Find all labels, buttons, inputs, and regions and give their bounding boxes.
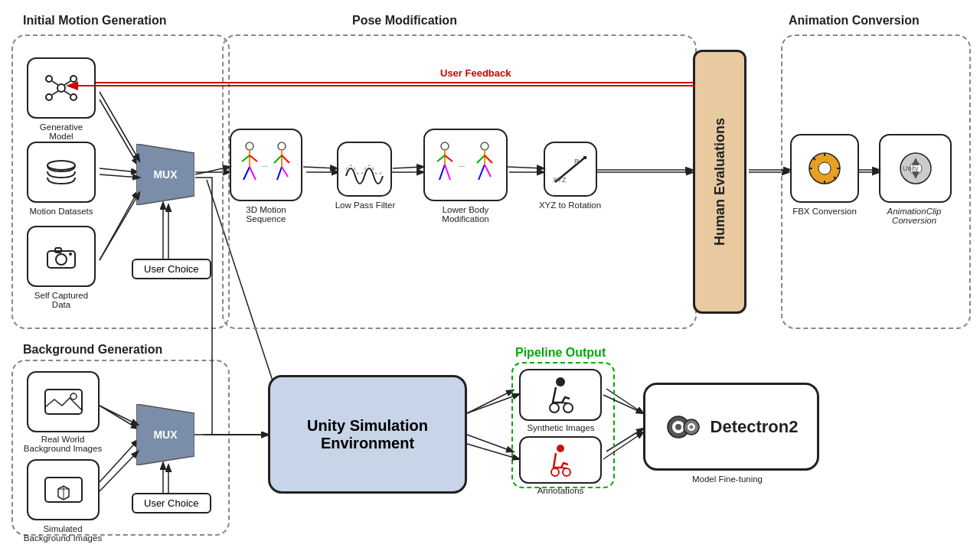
svg-point-34 <box>56 254 67 265</box>
user-choice-bottom-btn[interactable]: User Choice <box>132 493 211 514</box>
self-captured-label: Self Captured Data <box>27 291 96 309</box>
svg-rect-80 <box>45 390 82 414</box>
svg-point-27 <box>70 94 77 100</box>
synthetic-images-box <box>519 369 602 421</box>
svg-line-30 <box>52 91 58 95</box>
fbx-conversion-box <box>790 134 859 203</box>
detectron2-icon <box>665 411 703 443</box>
generative-model-box <box>27 57 96 119</box>
xyz-rotation-box: XYZ R <box>544 142 597 197</box>
low-pass-filter-box <box>337 142 392 197</box>
real-world-bg-box <box>27 371 100 432</box>
simulated-bg-box <box>27 459 100 520</box>
svg-point-32 <box>47 161 75 170</box>
motion-sequence-icon: ... <box>236 140 297 190</box>
svg-point-25 <box>70 76 77 82</box>
mux-bottom-label: MUX <box>153 429 177 441</box>
low-pass-filter-icon <box>345 153 384 185</box>
svg-text:XYZ: XYZ <box>553 176 567 184</box>
svg-line-62 <box>479 165 485 180</box>
background-gen-title: Background Generation <box>23 343 162 357</box>
real-world-bg-label: Real World Background Images <box>21 435 104 453</box>
detectron2-label: Detectron2 <box>710 417 799 437</box>
svg-line-40 <box>242 155 250 161</box>
simulated-bg-label: Simulated Background Images <box>21 524 104 543</box>
mux-top: MUX <box>136 144 194 205</box>
svg-line-48 <box>282 155 289 163</box>
synthetic-images-label: Synthetic Images <box>521 423 601 432</box>
svg-text:...: ... <box>459 160 465 168</box>
svg-point-98 <box>689 425 693 429</box>
diagram: Initial Motion Generation Generative Mod… <box>0 0 980 551</box>
simulated-bg-icon <box>43 474 84 506</box>
svg-text:...: ... <box>262 160 268 168</box>
svg-point-58 <box>481 142 488 150</box>
svg-point-23 <box>57 84 65 92</box>
svg-point-24 <box>46 76 52 82</box>
animclip-label: AnimationClip Conversion <box>873 207 956 225</box>
mux-top-label: MUX <box>153 168 177 181</box>
blender-icon <box>802 150 847 187</box>
svg-line-28 <box>52 81 58 85</box>
svg-line-43 <box>250 167 256 180</box>
detectron2-box: Detectron2 <box>643 383 819 471</box>
svg-point-81 <box>70 393 77 399</box>
svg-text:Unity: Unity <box>903 165 919 172</box>
svg-point-45 <box>278 142 286 150</box>
self-captured-box <box>27 226 96 287</box>
svg-line-49 <box>277 167 282 180</box>
user-choice-top-btn[interactable]: User Choice <box>132 259 211 279</box>
synthetic-images-icon <box>541 376 580 414</box>
annotations-box <box>519 436 602 484</box>
svg-point-38 <box>246 142 253 150</box>
svg-line-55 <box>439 165 445 180</box>
svg-line-50 <box>282 167 288 177</box>
svg-line-56 <box>445 165 450 180</box>
svg-line-63 <box>485 165 491 177</box>
lower-body-icon: ... <box>430 140 502 190</box>
animclip-box: Unity <box>879 134 952 203</box>
svg-point-87 <box>556 377 565 386</box>
svg-point-36 <box>69 253 72 256</box>
animclip-icon: Unity <box>893 150 938 187</box>
unity-label: Unity Simulation Environment <box>270 417 465 452</box>
svg-line-53 <box>437 155 445 161</box>
lower-body-box: ... <box>423 129 508 201</box>
model-finetuning-label: Model Fine-tuning <box>674 474 781 484</box>
svg-line-60 <box>477 155 485 163</box>
motion-sequence-label: 3D Motion Sequence <box>230 205 302 223</box>
real-world-bg-icon <box>43 386 84 418</box>
xyz-rotation-icon: XYZ R <box>551 153 590 185</box>
svg-point-68 <box>818 162 831 174</box>
low-pass-filter-label: Low Pass Filter <box>334 201 397 210</box>
svg-line-54 <box>445 155 452 161</box>
svg-point-51 <box>441 142 449 150</box>
user-feedback-label: User Feedback <box>440 67 511 79</box>
svg-line-47 <box>274 155 282 163</box>
svg-point-95 <box>675 424 681 430</box>
svg-point-26 <box>46 94 52 100</box>
svg-line-41 <box>250 155 257 161</box>
svg-point-91 <box>551 468 559 476</box>
xyz-rotation-label: XYZ to Rotation <box>537 201 603 210</box>
generative-model-icon <box>43 73 80 103</box>
svg-point-92 <box>563 468 570 476</box>
initial-motion-title: Initial Motion Generation <box>23 14 167 28</box>
unity-box: Unity Simulation Environment <box>268 375 467 494</box>
motion-datasets-box <box>27 142 96 203</box>
pose-modification-title: Pose Modification <box>352 14 457 28</box>
annotations-icon <box>541 443 580 478</box>
mux-bottom: MUX <box>136 404 194 465</box>
svg-text:R: R <box>574 158 580 165</box>
motion-datasets-icon <box>44 158 78 187</box>
self-captured-icon <box>44 242 78 271</box>
fbx-conversion-label: FBX Conversion <box>787 207 862 216</box>
svg-line-19 <box>467 390 513 413</box>
svg-line-31 <box>64 91 70 95</box>
animation-conversion-title: Animation Conversion <box>789 14 920 28</box>
svg-line-29 <box>64 81 70 85</box>
annotations-label: Annotations <box>528 486 593 495</box>
human-eval-text: Human Evaluations <box>712 118 728 246</box>
svg-line-42 <box>243 167 250 180</box>
svg-point-88 <box>550 403 559 412</box>
